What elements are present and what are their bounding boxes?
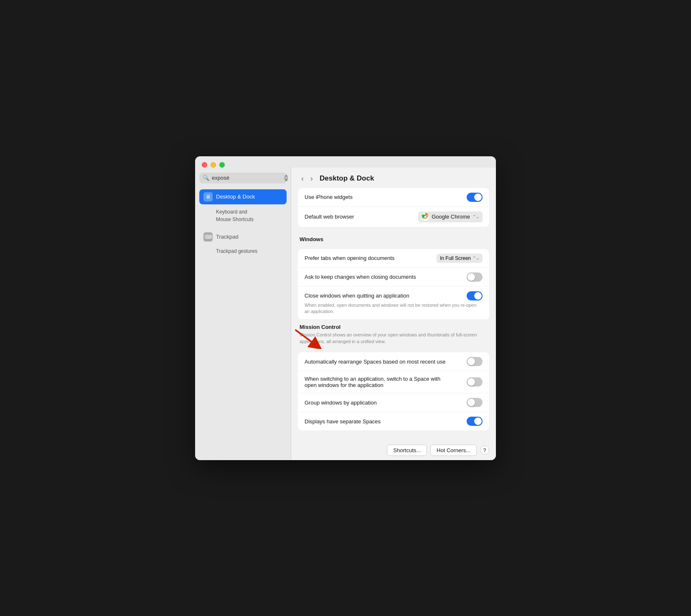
toggle-knob [467,358,475,365]
switch-application-row: When switching to an application, switch… [298,371,489,393]
search-box[interactable]: 🔍 ✕ [199,173,287,183]
content-area: 🔍 ✕ 🖥 Desktop & Dock Keyboard andMouse S… [195,168,496,460]
auto-rearrange-row: Automatically rearrange Spaces based on … [298,352,489,371]
sidebar-item-desktop-dock[interactable]: 🖥 Desktop & Dock [199,189,287,204]
sidebar: 🔍 ✕ 🖥 Desktop & Dock Keyboard andMouse S… [195,168,291,460]
default-browser-row: Default web browser [298,207,489,227]
system-settings-window: 🔍 ✕ 🖥 Desktop & Dock Keyboard andMouse S… [195,156,496,460]
close-button[interactable] [202,162,207,168]
auto-rearrange-label: Automatically rearrange Spaces based on … [305,359,445,365]
prefer-tabs-row: Prefer tabs when opening documents In Fu… [298,249,489,268]
mission-control-title: Mission Control [300,324,488,330]
iphone-widgets-toggle[interactable] [467,193,483,202]
displays-separate-row: Displays have separate Spaces [298,412,489,430]
titlebar [195,156,496,168]
main-content: ‹ › Desktop & Dock Use iPhone widgets De… [291,168,496,460]
sidebar-item-trackpad[interactable]: ⌨ Trackpad [199,229,287,244]
mission-control-section: Mission Control Mission Control shows an… [298,324,489,345]
toggle-knob [474,193,482,201]
hot-corners-button[interactable]: Hot Corners... [430,445,477,456]
mission-control-section-wrapper: Mission Control Mission Control shows an… [298,324,489,348]
tabs-select-arrow-icon: ⌃⌄ [473,256,479,260]
iphone-widgets-label: Use iPhone widgets [305,194,353,200]
sidebar-sub-item-keyboard-shortcuts[interactable]: Keyboard andMouse Shortcuts [199,206,287,224]
chrome-icon [422,213,429,221]
ask-keep-changes-label: Ask to keep changes when closing documen… [305,274,416,280]
switch-application-label: When switching to an application, switch… [305,376,447,388]
auto-rearrange-toggle[interactable] [467,357,483,366]
prefer-tabs-label: Prefer tabs when opening documents [305,255,394,261]
ask-keep-changes-toggle[interactable] [467,272,483,282]
default-browser-label: Default web browser [305,214,354,220]
zoom-button[interactable] [219,162,225,168]
page-title: Desktop & Dock [320,174,374,183]
svg-point-2 [424,216,427,218]
scroll-area: Use iPhone widgets Default web browser [291,188,496,440]
traffic-lights [202,162,225,168]
group-windows-row: Group windows by application [298,393,489,412]
close-windows-desc: When enabled, open documents and windows… [305,302,483,315]
bottom-bar: Shortcuts... Hot Corners... ? [291,440,496,460]
toggle-knob [474,417,482,425]
annotation-arrow [294,328,323,349]
select-arrow-icon: ⌃⌄ [473,214,479,219]
displays-separate-toggle[interactable] [467,417,483,426]
displays-separate-label: Displays have separate Spaces [305,418,381,425]
close-windows-toggle[interactable] [467,291,483,300]
close-windows-label: Close windows when quitting an applicati… [305,293,409,299]
sidebar-group-trackpad: ⌨ Trackpad Trackpad gestures [199,229,287,256]
windows-card: Prefer tabs when opening documents In Fu… [298,249,489,320]
sidebar-item-label: Desktop & Dock [216,193,255,200]
help-button[interactable]: ? [480,445,489,455]
iphone-widgets-row: Use iPhone widgets [298,188,489,207]
minimize-button[interactable] [211,162,216,168]
close-windows-row: Close windows when quitting an applicati… [298,287,489,320]
switch-application-toggle[interactable] [467,377,483,387]
prefer-tabs-selector[interactable]: In Full Screen ⌃⌄ [437,254,483,263]
windows-section-header: Windows [298,231,489,245]
nav-bar: ‹ › Desktop & Dock [291,168,496,188]
toggle-knob [467,378,475,386]
toggle-knob [474,292,482,300]
forward-button[interactable]: › [309,173,315,184]
trackpad-gestures-label: Trackpad gestures [216,248,257,254]
search-icon: 🔍 [203,175,209,181]
back-button[interactable]: ‹ [300,173,305,184]
sidebar-sub-item-trackpad-gestures[interactable]: Trackpad gestures [199,245,287,256]
toggle-knob [467,399,475,406]
iphone-widgets-card: Use iPhone widgets Default web browser [298,188,489,227]
trackpad-label: Trackpad [216,234,239,240]
group-windows-toggle[interactable] [467,398,483,407]
browser-name: Google Chrome [432,214,470,220]
close-windows-row-top: Close windows when quitting an applicati… [305,291,483,300]
mission-control-card: Automatically rearrange Spaces based on … [298,352,489,430]
shortcuts-button[interactable]: Shortcuts... [387,445,427,456]
search-clear-button[interactable]: ✕ [285,175,288,181]
search-input[interactable] [212,175,282,181]
trackpad-icon: ⌨ [203,232,213,242]
browser-selector[interactable]: Google Chrome ⌃⌄ [418,211,483,222]
ask-keep-changes-row: Ask to keep changes when closing documen… [298,268,489,287]
sidebar-sub-label: Keyboard andMouse Shortcuts [216,209,254,222]
toggle-knob [467,273,475,281]
mission-control-desc: Mission Control shows an overview of you… [300,332,488,345]
desktop-dock-icon: 🖥 [203,192,213,201]
group-windows-label: Group windows by application [305,400,377,406]
prefer-tabs-value: In Full Screen [440,255,471,261]
